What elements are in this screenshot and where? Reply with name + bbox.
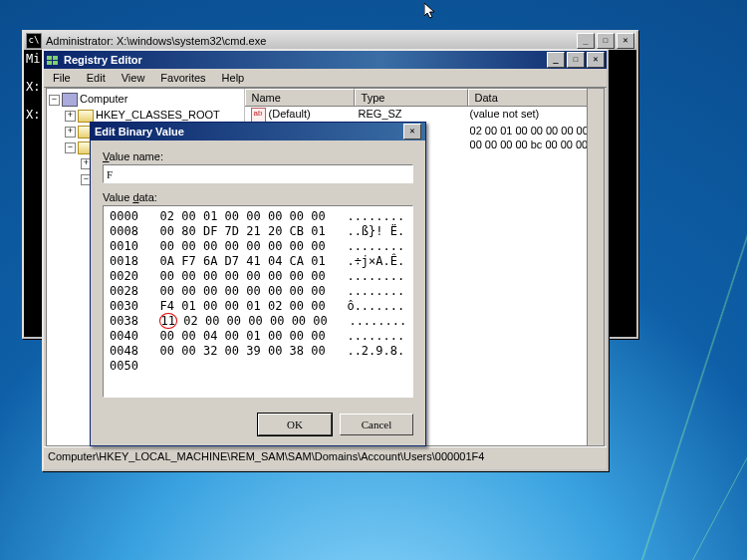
expand-icon[interactable]: +	[65, 111, 76, 122]
wallpaper-ray	[665, 240, 747, 560]
minimize-button[interactable]: _	[577, 33, 595, 49]
value-name-label: Value name:	[103, 150, 413, 162]
status-bar: Computer\HKEY_LOCAL_MACHINE\REM_SAM\SAM\…	[44, 446, 607, 469]
hex-editor[interactable]: 0000 02 00 01 00 00 00 00 00 ........000…	[103, 205, 413, 398]
expand-icon[interactable]: +	[65, 127, 76, 138]
value-data-label: Value data:	[103, 191, 413, 203]
regedit-menubar: File Edit View Favorites Help	[44, 69, 607, 88]
col-data[interactable]: Data	[468, 89, 604, 106]
collapse-icon[interactable]: −	[65, 142, 76, 153]
tree-row: −Computer	[49, 91, 242, 107]
computer-icon	[62, 93, 78, 107]
close-button[interactable]: ✕	[587, 52, 605, 68]
minimize-button[interactable]: _	[547, 52, 565, 68]
scrollbar[interactable]	[587, 89, 604, 445]
close-button[interactable]: ✕	[403, 124, 421, 140]
menu-favorites[interactable]: Favorites	[153, 71, 212, 85]
maximize-button[interactable]: ☐	[567, 52, 585, 68]
cursor-arrow-icon	[424, 3, 436, 21]
menu-file[interactable]: File	[46, 71, 78, 85]
dialog-titlebar[interactable]: Edit Binary Value ✕	[91, 123, 425, 140]
cmd-title-text: Administrator: X:\windows\system32\cmd.e…	[46, 35, 266, 47]
col-type[interactable]: Type	[355, 89, 468, 106]
menu-view[interactable]: View	[115, 71, 152, 85]
collapse-icon[interactable]: −	[49, 95, 60, 106]
svg-rect-0	[47, 56, 52, 60]
svg-rect-1	[53, 56, 58, 60]
svg-rect-2	[47, 61, 52, 65]
string-value-icon: ab	[251, 108, 266, 123]
regedit-icon	[46, 53, 60, 67]
value-name-input[interactable]	[103, 164, 413, 183]
cancel-button[interactable]: Cancel	[340, 414, 413, 435]
ok-button[interactable]: OK	[258, 414, 332, 435]
dialog-title-text: Edit Binary Value	[95, 126, 184, 138]
regedit-title-text: Registry Editor	[64, 54, 142, 66]
svg-rect-3	[53, 61, 58, 65]
menu-help[interactable]: Help	[215, 71, 252, 85]
tree-row: +HKEY_CLASSES_ROOT	[49, 107, 242, 123]
folder-icon	[78, 110, 94, 123]
wallpaper-ray	[624, 230, 747, 560]
maximize-button[interactable]: ☐	[597, 33, 615, 49]
close-button[interactable]: ✕	[617, 33, 634, 49]
col-name[interactable]: Name	[245, 89, 355, 106]
regedit-titlebar[interactable]: Registry Editor _ ☐ ✕	[44, 51, 607, 69]
cmd-titlebar[interactable]: c\ Administrator: X:\windows\system32\cm…	[24, 32, 636, 50]
edit-binary-dialog: Edit Binary Value ✕ Value name: Value da…	[90, 122, 426, 446]
list-header: Name Type Data	[245, 89, 604, 107]
menu-edit[interactable]: Edit	[80, 71, 113, 85]
cmd-icon: c\	[26, 33, 42, 49]
